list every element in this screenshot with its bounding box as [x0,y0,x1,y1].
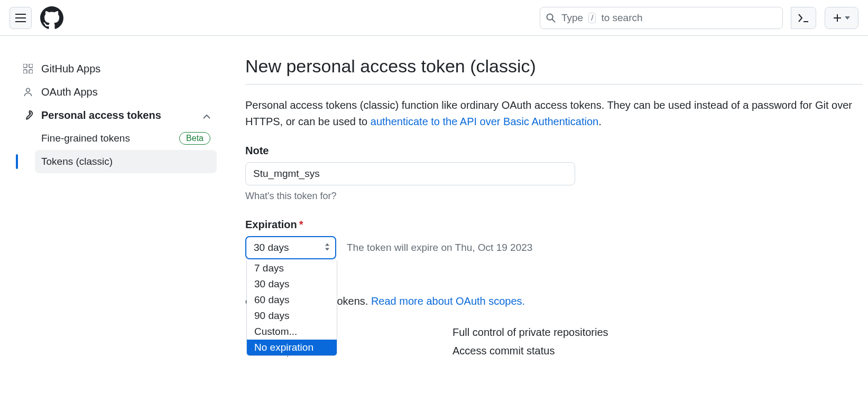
scopes-section: ccess for personal tokens. Read more abo… [245,295,863,357]
scope-row-repo-status: repo:status Access commit status [245,345,863,357]
hamburger-button[interactable] [10,7,32,29]
page-title: New personal access token (classic) [245,56,863,85]
expiration-option-60[interactable]: 60 days [247,292,337,308]
settings-sidebar: GitHub Apps OAuth Apps Personal access t… [0,36,222,357]
expiration-hint: The token will expire on Thu, Oct 19 202… [347,242,532,254]
expiration-option-no-expiration[interactable]: No expiration [247,340,337,355]
command-palette-icon [798,13,809,23]
sidebar-item-github-apps[interactable]: GitHub Apps [16,57,217,80]
caret-down-icon [845,16,850,20]
expiration-selected-value: 30 days [254,242,289,254]
expiration-option-30[interactable]: 30 days [247,276,337,292]
svg-rect-2 [23,70,27,73]
sidebar-item-label: Tokens (classic) [41,156,113,167]
expiration-select[interactable]: 30 days 7 days 30 days 60 days 90 days C… [245,236,336,259]
sidebar-item-label: Fine-grained tokens [41,133,130,144]
oauth-scopes-link[interactable]: Read more about OAuth scopes. [371,295,525,307]
github-logo[interactable] [40,6,63,30]
search-suffix: to search [601,12,642,24]
auth-docs-link[interactable]: authenticate to the API over Basic Authe… [371,116,598,127]
person-icon [22,87,34,97]
search-prefix: Type [561,12,583,24]
sidebar-item-fine-grained-tokens[interactable]: Fine-grained tokens Beta [35,127,217,150]
plus-icon [833,14,842,22]
sidebar-item-personal-access-tokens[interactable]: Personal access tokens [16,104,217,127]
sidebar-item-label: GitHub Apps [41,63,100,75]
search-input[interactable]: Type / to search [540,7,783,29]
hamburger-icon [15,14,26,22]
required-star: * [299,219,303,230]
search-icon [546,13,556,23]
expiration-option-90[interactable]: 90 days [247,308,337,324]
key-icon [22,110,34,120]
svg-rect-3 [29,70,33,73]
top-bar: Type / to search [0,0,868,36]
page-description: Personal access tokens (classic) functio… [245,97,863,130]
expiration-option-custom[interactable]: Custom... [247,324,337,340]
scope-repo-status-desc: Access commit status [453,345,863,357]
expiration-field: Expiration* 30 days 7 days 30 days 60 da… [245,219,863,259]
note-field: Note What's this token for? [245,145,863,202]
select-caret-icon [325,243,330,252]
svg-point-4 [30,112,31,114]
note-input[interactable] [245,162,575,185]
github-mark-icon [40,6,63,30]
sidebar-item-tokens-classic[interactable]: Tokens (classic) [35,150,217,173]
sidebar-item-label: OAuth Apps [41,86,98,98]
svg-rect-0 [23,64,27,68]
command-palette-button[interactable] [791,7,816,29]
expiration-dropdown: 7 days 30 days 60 days 90 days Custom...… [246,260,337,356]
scope-row-repo: Full control of private repositories [245,326,863,339]
scope-repo-desc: Full control of private repositories [453,326,863,339]
note-label: Note [245,145,863,157]
search-kbd: / [588,13,596,23]
main-content: New personal access token (classic) Pers… [222,36,868,357]
sidebar-item-label: Personal access tokens [41,109,161,121]
sidebar-item-oauth-apps[interactable]: OAuth Apps [16,80,217,104]
beta-badge: Beta [179,132,210,145]
note-hint: What's this token for? [245,191,863,202]
expiration-label: Expiration* [245,219,863,231]
chevron-up-icon [203,109,210,121]
expiration-option-7[interactable]: 7 days [247,260,337,276]
svg-rect-1 [29,64,33,68]
create-new-button[interactable] [825,7,858,29]
apps-icon [22,64,34,73]
